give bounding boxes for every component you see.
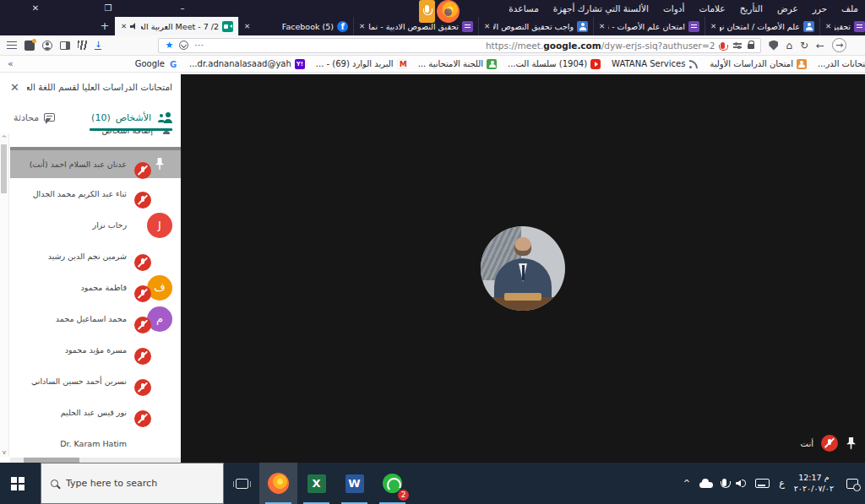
- window-restore-button[interactable]: ❐: [98, 0, 118, 17]
- participant-row[interactable]: محمد اسماعيل محمدم: [10, 303, 181, 334]
- pocket-icon[interactable]: [179, 41, 188, 50]
- classroom-icon: [797, 59, 807, 69]
- menu-item[interactable]: أدوات: [663, 3, 684, 14]
- window-close-button[interactable]: ✕: [25, 0, 46, 17]
- participant-row[interactable]: فاطمة محمودف: [10, 272, 181, 303]
- scroll-up-icon[interactable]: ^: [0, 134, 8, 142]
- pin-icon[interactable]: [846, 437, 857, 450]
- participant-row[interactable]: عدنان عبد السلام احمد (أنت): [10, 147, 181, 178]
- bookmark-item[interactable]: (1904) سلسلة الت...: [508, 59, 601, 69]
- browser-tab[interactable]: ✕تحقيق النصو: [819, 17, 865, 35]
- panel-close-icon[interactable]: ✕: [10, 82, 19, 93]
- tab-close-icon[interactable]: ✕: [825, 22, 831, 30]
- tab-close-icon[interactable]: ✕: [359, 22, 365, 30]
- tab-people[interactable]: الأشخاص (10): [91, 112, 172, 123]
- bookmark-item[interactable]: dr.adnanalasaad@yah...: [189, 59, 305, 69]
- browser-tab[interactable]: ✕Meet - 7 /2 العربية الخميس: [115, 17, 238, 35]
- tab-close-icon[interactable]: ✕: [244, 22, 250, 30]
- action-center-icon[interactable]: [846, 479, 858, 489]
- scrollbar-thumb[interactable]: [1, 144, 7, 193]
- hidden-icons-chevron[interactable]: ^: [683, 479, 690, 488]
- participant-row[interactable]: رحاب نزارJ: [10, 209, 181, 241]
- taskbar-excel[interactable]: [297, 463, 335, 504]
- sidebar-icon[interactable]: [60, 41, 70, 50]
- taskbar-word[interactable]: [335, 463, 373, 504]
- account-icon[interactable]: [42, 41, 52, 51]
- onedrive-cloud-icon[interactable]: [699, 482, 713, 488]
- menu-item[interactable]: الألسنة التي تشارك أجهزة: [553, 3, 649, 14]
- tab-close-icon[interactable]: ✕: [484, 22, 490, 30]
- browser-tab[interactable]: ✕(5) Facebook: [238, 17, 353, 35]
- bookmark-item[interactable]: البريد الوارد (69) - ...: [316, 59, 407, 69]
- task-view-button[interactable]: [224, 463, 259, 504]
- page-actions-icon[interactable]: ⋯: [194, 40, 204, 51]
- language-indicator[interactable]: ع: [779, 478, 785, 489]
- extension-icon[interactable]: [24, 41, 35, 51]
- tab-close-icon[interactable]: ✕: [710, 22, 716, 30]
- home-button[interactable]: ⌂: [786, 36, 792, 55]
- menu-item[interactable]: التأريخ: [740, 3, 763, 14]
- bookmark-item[interactable]: WATANA Services: [612, 59, 699, 69]
- window-minimize-button[interactable]: –: [172, 0, 193, 17]
- tab-close-icon[interactable]: ✕: [121, 22, 127, 30]
- avatar: [147, 244, 172, 269]
- participant-row[interactable]: شرمين نجم الدين رشيد: [10, 241, 181, 272]
- search-input[interactable]: [66, 478, 214, 489]
- bookmark-star-icon[interactable]: ★: [165, 38, 173, 53]
- back-button[interactable]: →: [832, 38, 846, 52]
- taskbar-firefox[interactable]: [259, 463, 297, 504]
- participant-row[interactable]: مسرة مؤيد محمود: [10, 334, 181, 366]
- menu-item[interactable]: ملف: [841, 3, 858, 14]
- menu-item[interactable]: علامات: [699, 3, 725, 14]
- tray-mic-icon[interactable]: [722, 479, 726, 486]
- menu-item[interactable]: حرر: [813, 3, 827, 14]
- start-button[interactable]: [0, 463, 41, 504]
- you-label: أنت: [801, 439, 813, 448]
- menu-item[interactable]: مساعدة: [509, 3, 538, 14]
- browser-tab[interactable]: ✕واجب تحقيق النصوص الادبية الف: [478, 17, 593, 35]
- tab-chat[interactable]: محادثة: [14, 112, 55, 123]
- menu-bar: ملفحررعرضالتأريخعلاماتأدواتالألسنة التي …: [509, 0, 858, 17]
- add-people-button[interactable]: إضافة أشخاص: [34, 131, 171, 139]
- touch-keyboard-icon[interactable]: [755, 479, 770, 488]
- browser-tab[interactable]: ✕علم الأصوات / امتحان نهاية السنة: [705, 17, 819, 35]
- taskbar-search[interactable]: [41, 463, 224, 504]
- classroom-favicon: [577, 21, 588, 32]
- downloads-icon[interactable]: [95, 41, 101, 50]
- bookmark-label: WATANA Services: [612, 59, 685, 68]
- self-tile-overlay: أنت: [801, 435, 857, 452]
- bookmark-item[interactable]: Meet - امتحانات الدر...: [818, 59, 865, 69]
- mic-sharing-icon[interactable]: [419, 0, 435, 23]
- mic-permission-icon[interactable]: [721, 42, 725, 49]
- url-bar[interactable]: ★ ⋯ https://meet.google.com/dyw-erjs-siq…: [158, 38, 761, 53]
- menu-item[interactable]: عرض: [777, 3, 798, 14]
- word-icon: [345, 474, 364, 493]
- tracking-shield-icon[interactable]: [769, 41, 778, 51]
- muted-mic-icon[interactable]: [821, 435, 838, 452]
- participant-name: رحاب نزار: [93, 220, 127, 230]
- participant-row[interactable]: نور قيس عبد الحليم: [10, 397, 181, 428]
- participant-row[interactable]: ثناء عبد الكريم محمد الجدال: [10, 178, 181, 209]
- yahoo-icon: [295, 59, 305, 69]
- participant-row[interactable]: نسرين أحمد حسين الساداني: [10, 366, 181, 397]
- taskbar-whatsapp[interactable]: 2: [373, 463, 411, 504]
- new-tab-button[interactable]: +: [95, 17, 115, 35]
- whatsapp-badge: 2: [398, 490, 409, 501]
- bookmark-item[interactable]: امتحان الدراسات الأولية: [710, 59, 807, 69]
- bookmark-item[interactable]: Google: [135, 59, 178, 69]
- forward-button[interactable]: ←: [816, 36, 824, 55]
- avatar: [147, 182, 172, 207]
- participant-row[interactable]: Dr. Karam Hatim: [10, 428, 181, 457]
- bookmarks-overflow-icon[interactable]: «: [8, 58, 14, 69]
- scroll-down-icon[interactable]: v: [0, 448, 8, 456]
- library-icon[interactable]: [78, 41, 87, 50]
- reload-button[interactable]: ↻: [800, 36, 808, 55]
- tab-close-icon[interactable]: ✕: [599, 22, 605, 30]
- browser-tab[interactable]: ✕امتحان علم الأصوات - نماذج gle: [593, 17, 705, 35]
- hamburger-menu-icon[interactable]: [7, 41, 17, 43]
- volume-icon[interactable]: [736, 480, 746, 487]
- panel-scrollbar[interactable]: ^ v: [0, 133, 9, 457]
- permissions-icon[interactable]: [733, 43, 742, 45]
- clock[interactable]: 12:17 م ٢٠٢٠/٠٧/٠٢: [794, 473, 834, 494]
- bookmark-item[interactable]: اللجنة الامتحانية ...: [418, 59, 497, 69]
